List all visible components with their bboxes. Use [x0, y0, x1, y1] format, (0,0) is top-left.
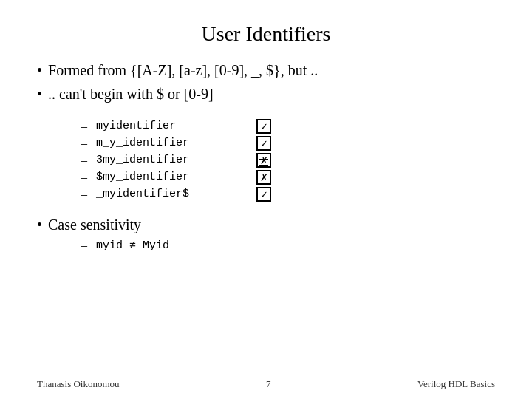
- bullet-text-case: Case sensitivity: [48, 215, 141, 234]
- valid-icon-5: ✓: [253, 186, 275, 202]
- case-sub-list: – myid ≠ Myid: [81, 239, 495, 252]
- case-sensitivity-section: • Case sensitivity – myid ≠ Myid: [37, 215, 495, 252]
- list-item: – _myidentifier$ ✓: [81, 186, 495, 202]
- dash-icon: –: [81, 120, 87, 133]
- footer-left: Thanasis Oikonomou: [37, 378, 120, 390]
- bullet-text-2: .. can't begin with $ or [0-9]: [48, 84, 214, 103]
- code-$my_identifier: $my_identifier: [96, 171, 244, 183]
- bullet-section: • Formed from {[A-Z], [a-z], [0-9], _, $…: [37, 61, 495, 108]
- slide-title: User Identifiers: [37, 22, 495, 46]
- dash-icon: –: [81, 171, 87, 184]
- footer-center: 7: [120, 378, 417, 390]
- code-3my_identifier: 3my_identifier: [96, 154, 244, 166]
- bullet-dot-2: •: [37, 86, 42, 103]
- dash-icon: –: [81, 137, 87, 150]
- bullet-2: • .. can't begin with $ or [0-9]: [37, 84, 495, 103]
- list-item: – $my_identifier ✗: [81, 169, 495, 185]
- code-_myidentifier$: _myidentifier$: [96, 188, 244, 200]
- valid-icon-2: ✓: [253, 135, 275, 151]
- case-example-text: myid ≠ Myid: [96, 239, 169, 252]
- sub-items-list: – myidentifier ✓ – m_y_identifier ✓ – 3m…: [81, 118, 495, 203]
- list-item: – myidentifier ✓: [81, 118, 495, 134]
- slide: User Identifiers • Formed from {[A-Z], […: [0, 0, 532, 399]
- list-item: – 3my_identifier ✗: [81, 152, 495, 168]
- footer-right: Verilog HDL Basics: [417, 378, 495, 390]
- bullet-dot-case: •: [37, 216, 42, 233]
- valid-icon-1: ✓: [253, 118, 275, 134]
- code-myidentifier: myidentifier: [96, 120, 244, 132]
- bullet-dot-1: •: [37, 62, 42, 79]
- list-item: – m_y_identifier ✓: [81, 135, 495, 151]
- bullet-text-1: Formed from {[A-Z], [a-z], [0-9], _, $},…: [48, 61, 318, 80]
- invalid-icon-3: ✗: [253, 152, 275, 168]
- footer: Thanasis Oikonomou 7 Verilog HDL Basics: [37, 378, 495, 390]
- invalid-icon-4: ✗: [253, 169, 275, 185]
- case-example: – myid ≠ Myid: [81, 239, 495, 252]
- bullet-case: • Case sensitivity: [37, 215, 495, 234]
- dash-icon: –: [81, 154, 87, 167]
- dash-icon: –: [81, 239, 87, 252]
- dash-icon: –: [81, 188, 87, 201]
- bullet-1: • Formed from {[A-Z], [a-z], [0-9], _, $…: [37, 61, 495, 80]
- code-m_y_identifier: m_y_identifier: [96, 137, 244, 149]
